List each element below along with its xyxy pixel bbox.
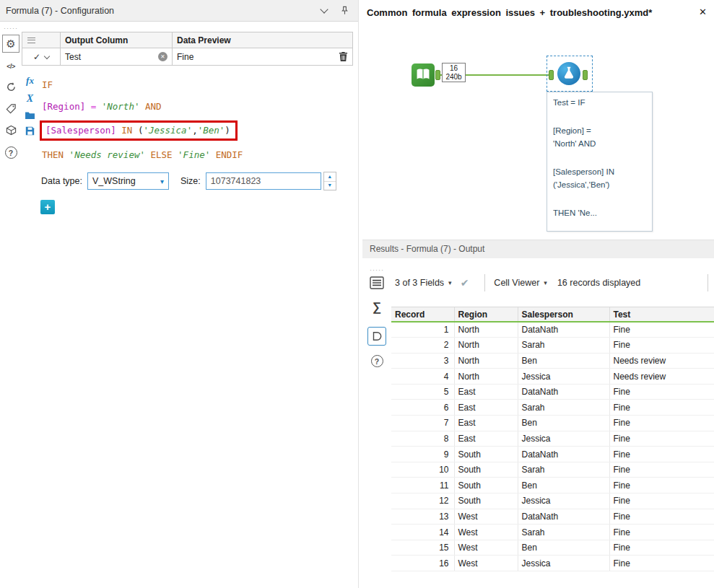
- table-cell: North: [454, 353, 518, 369]
- table-cell: Sarah: [518, 462, 609, 478]
- question-mark: ?: [371, 355, 383, 367]
- keyword-token: IN: [121, 125, 132, 136]
- results-view-strip: ····· ∑ ?: [362, 258, 391, 588]
- operator-token: =: [91, 101, 97, 112]
- help-icon[interactable]: ?: [371, 355, 383, 367]
- table-cell: Ben: [518, 353, 609, 369]
- tool-annotation[interactable]: Test = IF[Region] ='North' AND[Salespers…: [547, 92, 653, 232]
- sum-icon[interactable]: ∑: [373, 300, 381, 315]
- expression-editor[interactable]: IF [Region] = 'North' AND [Salesperson] …: [38, 69, 353, 165]
- keyword-token: AND: [145, 101, 162, 112]
- column-header-region[interactable]: Region: [454, 307, 518, 322]
- table-cell: Fine: [609, 431, 714, 447]
- table-row[interactable]: 7EastBenFine: [391, 416, 714, 431]
- table-row[interactable]: 12SouthJessicaFine: [391, 493, 714, 509]
- fields-dropdown[interactable]: 3 of 3 Fields ▾: [395, 278, 452, 288]
- variables-icon[interactable]: X: [27, 93, 33, 105]
- table-row[interactable]: 6EastSarahFine: [391, 400, 714, 416]
- drag-handle[interactable]: ·····: [370, 267, 384, 273]
- chevron-down-icon[interactable]: [44, 53, 50, 58]
- drag-handle[interactable]: ·····: [4, 25, 18, 31]
- column-header-test[interactable]: Test: [609, 307, 714, 322]
- table-cell: DataNath: [518, 509, 609, 525]
- table-cell: 10: [391, 462, 454, 478]
- size-input[interactable]: [206, 172, 321, 190]
- data-preview-header: Data Preview: [173, 32, 352, 48]
- input-data-tool[interactable]: [412, 63, 435, 87]
- functions-icon[interactable]: fx: [26, 75, 34, 87]
- workflow-canvas[interactable]: Common formula expression issues + troub…: [362, 0, 714, 240]
- tab-refresh[interactable]: [2, 79, 19, 96]
- table-cell: 8: [391, 431, 454, 447]
- save-icon[interactable]: [25, 126, 35, 136]
- spinner-up-icon[interactable]: ▲: [324, 172, 336, 182]
- data-view-icon[interactable]: [367, 327, 386, 346]
- string-token: 'North': [102, 101, 140, 112]
- string-token: 'Jessica': [143, 125, 192, 136]
- string-list-token: ( 'Jessica' , 'Ben' ): [138, 125, 230, 136]
- collapse-chevron-icon[interactable]: [320, 5, 328, 13]
- annotation-line: Test = IF: [553, 96, 646, 109]
- table-row[interactable]: 9SouthDataNathFine: [391, 447, 714, 462]
- pin-icon[interactable]: [340, 6, 349, 15]
- output-anchor[interactable]: [583, 70, 588, 80]
- cell-viewer-label: Cell Viewer: [494, 278, 539, 288]
- connection-record-count: 16: [443, 64, 465, 73]
- open-folder-icon[interactable]: [25, 111, 35, 120]
- annotation-line: [Region] =: [553, 124, 646, 137]
- data-type-dropdown[interactable]: V_WString ▾: [87, 172, 169, 190]
- formula-tool[interactable]: [557, 62, 580, 85]
- table-row[interactable]: 16WestJessicaFine: [391, 556, 714, 571]
- clear-icon[interactable]: ✕: [158, 52, 167, 61]
- table-row[interactable]: 15WestBenFine: [391, 540, 714, 556]
- table-row[interactable]: 10SouthSarahFine: [391, 462, 714, 478]
- table-cell: Jessica: [518, 431, 609, 447]
- table-row[interactable]: 11SouthBenFine: [391, 478, 714, 493]
- results-toolbar: 3 of 3 Fields ▾ ✔ Cell Viewer ▾ 16 recor…: [391, 258, 714, 307]
- field-token: [Salesperson]: [45, 125, 116, 136]
- table-cell: Fine: [609, 525, 714, 540]
- tab-help[interactable]: ?: [2, 144, 19, 161]
- size-spinner: ▲ ▼: [323, 172, 336, 190]
- output-anchor[interactable]: [435, 70, 440, 80]
- dropdown-arrow-icon: ▾: [160, 177, 164, 185]
- cell-viewer-dropdown[interactable]: Cell Viewer ▾: [494, 278, 547, 288]
- table-cell: North: [454, 338, 518, 354]
- table-cell: 7: [391, 416, 454, 431]
- output-column-header-label: Output Column: [65, 35, 128, 45]
- spinner-down-icon[interactable]: ▼: [324, 182, 336, 190]
- table-cell: 13: [391, 509, 454, 525]
- tab-annotation[interactable]: [2, 101, 19, 118]
- column-header-record[interactable]: Record: [391, 307, 454, 322]
- tab-configuration[interactable]: ⚙: [2, 35, 19, 53]
- column-header-salesperson[interactable]: Salesperson: [518, 307, 609, 322]
- input-anchor[interactable]: [549, 70, 554, 80]
- help-icon: ?: [5, 146, 17, 159]
- table-row[interactable]: 3NorthBenNeeds review: [391, 353, 714, 369]
- table-row[interactable]: 14WestSarahFine: [391, 525, 714, 540]
- configuration-panel: Formula (7) - Configuration ····· ⚙ </>: [0, 0, 359, 588]
- tab-code[interactable]: </>: [2, 58, 19, 74]
- table-cell: 1: [391, 322, 454, 338]
- data-type-label: Data type:: [41, 176, 82, 186]
- connection-label: 16 240b: [442, 63, 466, 82]
- trash-icon[interactable]: [339, 51, 348, 62]
- table-row[interactable]: 13WestDataNathFine: [391, 509, 714, 525]
- table-view-icon[interactable]: [370, 276, 384, 289]
- table-cell: 6: [391, 400, 454, 416]
- string-token: 'Fine': [178, 149, 210, 160]
- expression-row[interactable]: ✓ Test ✕ Fine: [22, 48, 352, 65]
- apply-check-icon[interactable]: ✔: [461, 277, 469, 289]
- table-row[interactable]: 1NorthDataNathFine: [391, 322, 714, 338]
- table-row[interactable]: 2NorthSarahFine: [391, 338, 714, 354]
- table-row[interactable]: 5EastDataNathFine: [391, 384, 714, 400]
- table-row[interactable]: 4NorthJessicaNeeds review: [391, 369, 714, 385]
- table-cell: 9: [391, 447, 454, 462]
- add-expression-button[interactable]: +: [40, 200, 55, 214]
- close-icon[interactable]: ✕: [699, 6, 707, 17]
- output-column-cell[interactable]: Test ✕: [61, 48, 173, 65]
- flask-icon: [558, 62, 580, 86]
- table-row[interactable]: 8EastJessicaFine: [391, 431, 714, 447]
- tab-package[interactable]: [2, 123, 19, 139]
- annotation-line: [Salesperson] IN: [553, 165, 646, 178]
